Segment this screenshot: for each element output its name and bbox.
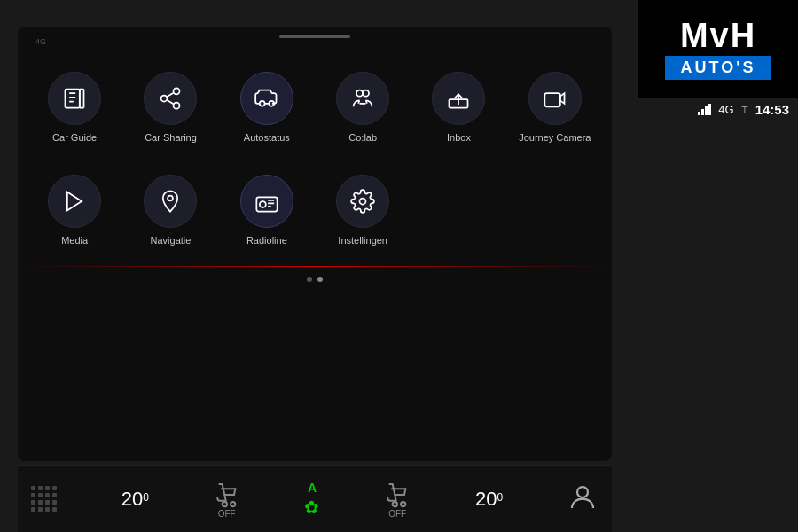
media-label: Media [61, 235, 88, 246]
svg-point-33 [393, 502, 397, 506]
svg-point-35 [577, 487, 588, 497]
radioline-label: Radioline [246, 235, 287, 246]
app-inbox[interactable]: Inbox [411, 65, 506, 150]
camera-icon [543, 86, 567, 111]
bluetooth-icon: ⍑ [741, 103, 748, 116]
journey-camera-icon-wrap [528, 72, 582, 125]
left-seat-icon [213, 481, 241, 509]
mvh-logo-text: MvH [680, 19, 756, 52]
location-icon [158, 189, 183, 214]
share-icon [158, 86, 183, 111]
app-colab[interactable]: Co:lab [315, 65, 411, 150]
fan-control[interactable]: A ✿ [304, 481, 319, 518]
autostatus-icon-wrap [240, 72, 293, 125]
left-temp-value: 200 [121, 488, 149, 511]
svg-point-26 [260, 201, 266, 207]
right-temp-value: 200 [475, 488, 503, 511]
svg-point-34 [401, 502, 405, 506]
right-seat-label: OFF [388, 509, 406, 519]
mvh-autos-text: AUTO'S [665, 56, 772, 80]
play-icon [62, 189, 87, 214]
climate-bar: 200 OFF A ✿ OFF 200 [18, 466, 612, 532]
app-autostatus[interactable]: Autostatus [219, 65, 315, 150]
svg-point-9 [161, 96, 168, 102]
inbox-icon [446, 86, 471, 111]
navigatie-icon-wrap [144, 175, 197, 228]
app-navigatie[interactable]: Navigatie [122, 168, 218, 253]
clock: 14:53 [755, 102, 789, 117]
app-grid-row2: Media Navigatie [18, 159, 612, 262]
mvh-logo: MvH AUTO'S [638, 0, 798, 98]
left-seat[interactable]: OFF [213, 481, 241, 519]
svg-line-11 [168, 100, 175, 105]
svg-marker-23 [67, 192, 82, 211]
svg-point-31 [222, 502, 226, 506]
right-temp-deg: 0 [497, 491, 503, 504]
car-sharing-icon-wrap [144, 72, 197, 125]
page-dot-1[interactable] [307, 277, 312, 282]
menu-grid-icon[interactable] [31, 486, 58, 512]
radioline-icon-wrap [240, 175, 293, 228]
app-instellingen[interactable]: Instellingen [315, 168, 411, 253]
fan-icon: ✿ [304, 497, 319, 518]
user-profile[interactable] [567, 481, 598, 517]
colab-label: Co:lab [348, 132, 377, 143]
app-radioline[interactable]: Radioline [219, 168, 315, 253]
right-seat-icon [383, 481, 411, 509]
users-icon [350, 86, 375, 111]
app-journey-camera[interactable]: Journey Camera [507, 65, 603, 150]
app-car-sharing[interactable]: Car Sharing [122, 65, 218, 150]
settings-icon [350, 189, 375, 214]
svg-point-24 [168, 196, 174, 201]
signal-icon [698, 104, 711, 115]
user-icon [567, 481, 598, 513]
navigatie-label: Navigatie [151, 235, 192, 246]
app-grid-row1: Car Guide Car Sharing [18, 47, 612, 159]
car-sharing-label: Car Sharing [145, 132, 197, 143]
svg-point-13 [260, 101, 265, 106]
svg-line-12 [168, 93, 175, 98]
svg-point-17 [363, 90, 369, 97]
page-dot-2[interactable] [317, 277, 323, 282]
car-icon [254, 86, 279, 111]
journey-camera-label: Journey Camera [519, 132, 591, 143]
svg-point-8 [174, 88, 180, 94]
left-temp-deg: 0 [143, 491, 149, 504]
instellingen-icon-wrap [336, 175, 389, 228]
empty-slot-1 [411, 168, 506, 253]
book-icon [62, 86, 87, 111]
instellingen-label: Instellingen [338, 235, 387, 246]
app-media[interactable]: Media [27, 168, 122, 253]
top-indicator: 4G [35, 37, 46, 46]
svg-point-30 [360, 199, 366, 205]
car-guide-icon-wrap [48, 72, 101, 125]
media-icon-wrap [48, 175, 101, 228]
main-screen: 4G Car Guide [18, 27, 612, 461]
status-bar: 4G ⍑ 14:53 [698, 102, 789, 117]
right-temperature[interactable]: 200 [475, 488, 503, 511]
svg-point-32 [231, 502, 235, 506]
top-divider [279, 35, 350, 38]
app-car-guide[interactable]: Car Guide [27, 65, 122, 150]
network-indicator: 4G [718, 103, 733, 116]
radio-icon [254, 189, 279, 214]
autostatus-label: Autostatus [244, 132, 290, 143]
fan-auto-label: A [308, 481, 317, 495]
left-seat-label: OFF [218, 509, 236, 519]
inbox-label: Inbox [447, 132, 471, 143]
left-temperature[interactable]: 200 [121, 488, 149, 511]
svg-point-10 [174, 103, 180, 109]
car-guide-label: Car Guide [52, 132, 97, 143]
colab-icon-wrap [336, 72, 389, 125]
empty-slot-2 [507, 168, 603, 253]
page-dots [18, 271, 612, 287]
svg-point-16 [356, 90, 363, 97]
svg-rect-21 [544, 93, 560, 106]
right-seat[interactable]: OFF [383, 481, 411, 519]
inbox-icon-wrap [432, 72, 485, 125]
svg-rect-0 [66, 90, 80, 108]
separator-line [18, 266, 612, 267]
